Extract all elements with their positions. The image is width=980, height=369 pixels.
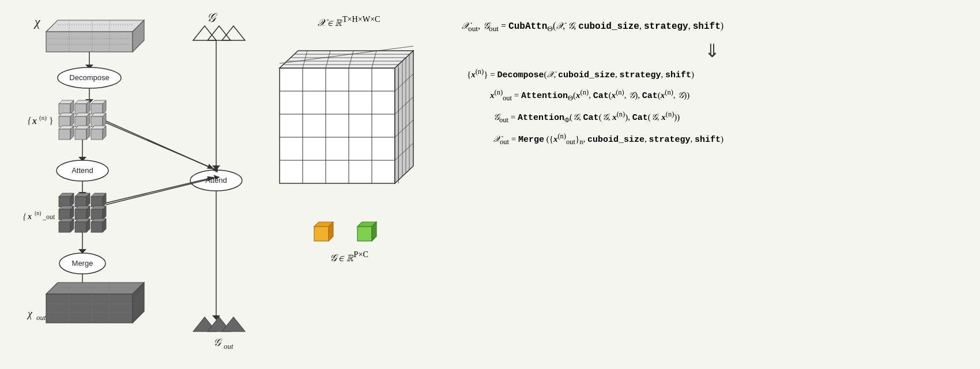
svg-marker-96 bbox=[46, 283, 144, 294]
svg-text:x: x bbox=[27, 212, 32, 221]
svg-text:out: out bbox=[224, 342, 233, 351]
svg-rect-80 bbox=[59, 222, 70, 232]
svg-rect-24 bbox=[59, 104, 70, 114]
yellow-cube bbox=[311, 215, 343, 247]
svg-rect-77 bbox=[91, 209, 103, 220]
middle-left-panel: 𝒢 Attend 𝒢 out bbox=[179, 12, 248, 357]
equation-decompose: {x(n)} = Decompose(𝒳, cuboid_size, strat… bbox=[461, 65, 963, 84]
main-container: χ Decompose bbox=[0, 0, 980, 369]
center-cube-grid bbox=[268, 33, 429, 212]
svg-rect-123 bbox=[280, 68, 395, 183]
svg-rect-86 bbox=[91, 222, 103, 232]
svg-marker-110 bbox=[208, 26, 231, 40]
green-cube bbox=[355, 215, 386, 247]
svg-text:χ: χ bbox=[27, 308, 33, 319]
svg-text:Merge: Merge bbox=[72, 259, 93, 268]
svg-marker-111 bbox=[222, 26, 245, 40]
svg-rect-42 bbox=[59, 129, 70, 140]
svg-text:Attend: Attend bbox=[71, 166, 93, 175]
svg-text:𝒢: 𝒢 bbox=[206, 12, 218, 25]
svg-text:χ: χ bbox=[33, 14, 41, 29]
svg-text:(n): (n) bbox=[39, 114, 47, 122]
svg-rect-45 bbox=[75, 129, 86, 140]
svg-rect-156 bbox=[357, 227, 372, 241]
right-panel: 𝒳out, 𝒢out = CubAttnΘ(𝒳, 𝒢, cuboid_size,… bbox=[450, 12, 963, 357]
center-panel: 𝒳 ∈ ℝT×H×W×C bbox=[259, 12, 438, 357]
svg-text:Decompose: Decompose bbox=[69, 73, 109, 82]
svg-marker-113 bbox=[212, 165, 220, 170]
svg-rect-36 bbox=[75, 116, 86, 127]
center-formula-top: 𝒳 ∈ ℝT×H×W×C bbox=[317, 14, 380, 29]
svg-text:{: { bbox=[23, 212, 27, 221]
svg-rect-30 bbox=[91, 104, 103, 114]
svg-rect-71 bbox=[59, 209, 70, 220]
svg-marker-109 bbox=[193, 26, 216, 40]
svg-marker-1 bbox=[46, 20, 144, 32]
svg-rect-33 bbox=[59, 116, 70, 127]
big-arrow: ⇓ bbox=[461, 40, 963, 62]
svg-text:Attend: Attend bbox=[205, 176, 227, 184]
svg-text:{: { bbox=[28, 116, 32, 126]
svg-rect-2 bbox=[46, 32, 133, 52]
middle-flow-diagram: 𝒢 Attend 𝒢 out bbox=[179, 12, 248, 357]
left-flow-diagram: χ Decompose bbox=[17, 12, 167, 357]
svg-marker-142 bbox=[395, 51, 413, 183]
equation-main: 𝒳out, 𝒢out = CubAttnΘ(𝒳, 𝒢, cuboid_size,… bbox=[461, 17, 963, 36]
svg-text:x: x bbox=[32, 116, 37, 126]
svg-rect-48 bbox=[91, 129, 103, 140]
equation-x-attention: x(n)out = AttentionΘ(x(n), Cat(x(n), 𝒢),… bbox=[461, 86, 963, 106]
left-panel: χ Decompose bbox=[17, 12, 167, 357]
svg-text:𝒢: 𝒢 bbox=[213, 337, 223, 348]
svg-rect-39 bbox=[91, 116, 103, 127]
svg-marker-132 bbox=[280, 51, 413, 68]
equation-merge: 𝒳out = Merge ({x(n)out}n, cuboid_size, s… bbox=[461, 130, 963, 149]
center-formula-bottom: 𝒢 ∈ ℝP×C bbox=[329, 250, 368, 264]
svg-rect-153 bbox=[314, 227, 329, 241]
svg-rect-65 bbox=[75, 197, 86, 207]
svg-rect-74 bbox=[75, 209, 86, 220]
svg-text:out: out bbox=[36, 313, 46, 322]
svg-text:_out: _out bbox=[42, 213, 55, 221]
svg-rect-83 bbox=[75, 222, 86, 232]
svg-rect-62 bbox=[59, 197, 70, 207]
svg-rect-27 bbox=[75, 104, 86, 114]
legend-area bbox=[311, 215, 386, 247]
svg-rect-68 bbox=[91, 197, 103, 207]
svg-marker-120 bbox=[222, 317, 245, 332]
svg-text:}: } bbox=[49, 116, 54, 126]
svg-rect-97 bbox=[46, 294, 133, 323]
equation-g-attention: 𝒢out = AttentionΦ(𝒢, Cat(𝒢, x(n)), Cat(𝒢… bbox=[461, 108, 963, 127]
svg-text:(n): (n) bbox=[35, 210, 42, 217]
equations: 𝒳out, 𝒢out = CubAttnΘ(𝒳, 𝒢, cuboid_size,… bbox=[461, 17, 963, 149]
